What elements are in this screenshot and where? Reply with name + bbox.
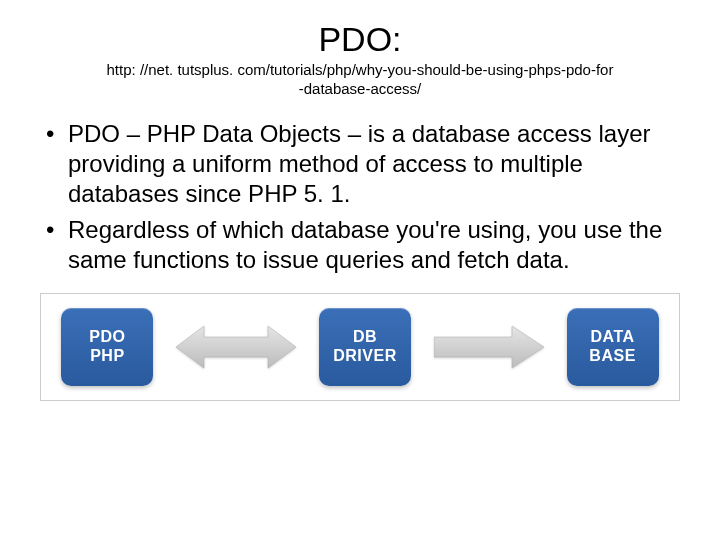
node-label: DB [353, 328, 377, 346]
svg-marker-1 [434, 326, 544, 368]
node-label: BASE [589, 347, 635, 365]
node-label: DRIVER [333, 347, 396, 365]
diagram-node-pdo-php: PDO PHP [61, 308, 153, 386]
page-title: PDO: [40, 20, 680, 59]
diagram-node-db-driver: DB DRIVER [319, 308, 411, 386]
node-label: DATA [591, 328, 635, 346]
pdo-architecture-diagram: PDO PHP DB DRIVER [40, 293, 680, 401]
source-url: http: //net. tutsplus. com/tutorials/php… [40, 61, 680, 99]
right-arrow-icon [434, 322, 544, 372]
node-label: PDO [89, 328, 125, 346]
svg-marker-0 [176, 326, 296, 368]
bullet-item: PDO – PHP Data Objects – is a database a… [40, 119, 680, 209]
source-url-line-2: -database-access/ [40, 80, 680, 99]
title-block: PDO: http: //net. tutsplus. com/tutorial… [40, 20, 680, 99]
source-url-line-1: http: //net. tutsplus. com/tutorials/php… [40, 61, 680, 80]
bullet-item: Regardless of which database you're usin… [40, 215, 680, 275]
diagram-node-database: DATA BASE [567, 308, 659, 386]
bullet-list: PDO – PHP Data Objects – is a database a… [40, 119, 680, 275]
node-label: PHP [90, 347, 124, 365]
bidirectional-arrow-icon [176, 322, 296, 372]
